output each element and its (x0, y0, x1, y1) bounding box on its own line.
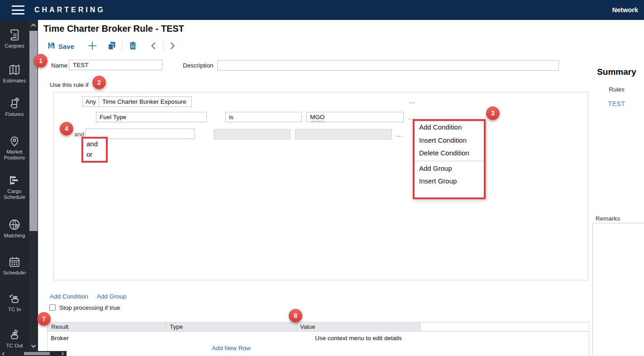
horizontal-scrollbar-thumb[interactable] (24, 352, 50, 355)
menu-separator (415, 161, 484, 161)
sidebar-item-label: Schedulin (0, 270, 29, 276)
hamburger-menu-icon[interactable] (12, 5, 24, 14)
ship-in-icon (0, 292, 29, 305)
menu-item-add-condition[interactable]: Add Condition (415, 121, 484, 134)
previous-icon[interactable] (150, 42, 157, 50)
sidebar-item-matching[interactable]: Matching (0, 218, 29, 239)
sidebar-item-label: Market Positions (0, 149, 29, 161)
ship-out-icon (0, 328, 29, 342)
globe-icon (0, 218, 29, 231)
toolbar-divider (122, 40, 122, 52)
sidebar-item-cargo-schedule[interactable]: Cargo Schedule (0, 173, 29, 200)
scroll-icon (0, 28, 29, 42)
sidebar-item-fixtures[interactable]: Fixtures (0, 96, 29, 117)
sidebar-item-label: Cargo Schedule (0, 188, 29, 200)
new-condition-value-input (295, 129, 392, 140)
sidebar-item-estimates[interactable]: Estimates (0, 63, 29, 84)
network-label[interactable]: Network (612, 6, 638, 14)
condition-value-input[interactable]: MGO (306, 112, 404, 122)
menu-item-insert-condition[interactable]: Insert Condition (415, 134, 484, 147)
stop-processing-checkbox[interactable] (49, 304, 56, 311)
sidebar-item-label: TC In (0, 307, 29, 313)
column-header-value[interactable]: Value (296, 322, 420, 332)
sidebar-item-label: Estimates (0, 78, 29, 84)
app-title: CHARTERING (34, 6, 105, 14)
remarks-textarea[interactable] (592, 223, 644, 356)
menu-item-delete-condition[interactable]: Delete Condition (415, 147, 484, 160)
scroll-gear-icon (0, 96, 29, 110)
sidebar-item-label: Fixtures (0, 111, 29, 117)
map-pin-icon (0, 134, 29, 148)
annotation-badge-7: 7 (37, 312, 51, 326)
column-header-type[interactable]: Type (166, 322, 296, 332)
sidebar-item-market-positions[interactable]: Market Positions (0, 134, 29, 161)
remarks-label: Remarks (596, 215, 620, 222)
sidebar-item-label: Matching (0, 233, 29, 239)
name-input[interactable] (69, 60, 162, 70)
use-rule-if-label: Use this rule if (50, 82, 89, 88)
sidebar-item-tc-in[interactable]: TC In (0, 292, 29, 313)
annotation-badge-4: 4 (60, 122, 73, 135)
connector-option-or[interactable]: or (83, 149, 106, 159)
condition-field-select[interactable]: Fuel Type (96, 112, 207, 122)
sidebar-item-tc-out[interactable]: TC Out (0, 328, 29, 349)
description-input[interactable] (217, 60, 559, 71)
scroll-right-icon[interactable] (60, 351, 65, 356)
summary-title: Summary (589, 67, 644, 77)
condition-value-text: MGO (310, 114, 324, 120)
delete-icon[interactable] (128, 41, 138, 50)
save-icon (47, 41, 56, 51)
summary-rule-link[interactable]: TEST (589, 100, 644, 107)
description-label: Description (183, 62, 214, 69)
sidebar-item-label: TC Out (0, 343, 29, 349)
annotation-badge-3: 3 (486, 106, 500, 120)
group-field-select[interactable]: Time Charter Bunker Exposure (99, 96, 192, 107)
menu-item-insert-group[interactable]: Insert Group (415, 175, 484, 188)
save-button[interactable]: Save (47, 41, 74, 51)
calendar-icon (0, 255, 29, 269)
annotation-badge-1: 1 (34, 54, 48, 67)
column-header-result[interactable]: Result (48, 322, 166, 332)
sidebar-item-scheduling[interactable]: Schedulin (0, 255, 29, 276)
result-cell-broker[interactable]: Broker (51, 335, 69, 342)
add-icon[interactable] (87, 41, 97, 51)
group-match-select[interactable]: Any (82, 96, 99, 107)
save-label: Save (58, 43, 74, 50)
scroll-down-icon[interactable] (30, 342, 37, 350)
stop-processing-label: Stop processing if true (59, 304, 120, 311)
sidebar-item-label: Cargoes (0, 43, 29, 49)
map-icon (0, 63, 29, 77)
condition-context-menu: Add Condition Insert Condition Delete Co… (413, 119, 486, 199)
condition-operator-select[interactable]: is (225, 112, 302, 122)
add-new-row-link[interactable]: Add New Row (166, 345, 296, 351)
add-group-link[interactable]: Add Group (97, 293, 126, 300)
scroll-up-icon[interactable] (30, 22, 37, 29)
value-cell-note: Use context menu to edit details (296, 335, 420, 342)
gantt-bars-icon (0, 173, 29, 187)
annotation-badge-2: 2 (92, 76, 106, 89)
annotation-badge-8: 8 (289, 309, 302, 322)
top-bar: CHARTERING Network (0, 0, 644, 20)
summary-rules-label: Rules (589, 86, 644, 93)
connector-dropdown: and or (81, 137, 108, 163)
row-menu-ellipsis[interactable]: ... (409, 98, 415, 105)
new-condition-operator-select (214, 129, 291, 140)
page-title: Time Charter Broker Rule - TEST (43, 24, 184, 34)
copy-icon[interactable] (107, 41, 117, 51)
connector-option-and[interactable]: and (83, 139, 106, 149)
scroll-left-icon[interactable] (1, 351, 6, 356)
add-condition-link[interactable]: Add Condition (50, 293, 88, 300)
table-header-underline (47, 331, 589, 332)
next-icon[interactable] (169, 42, 176, 50)
menu-item-add-group[interactable]: Add Group (415, 162, 484, 175)
row-menu-ellipsis[interactable]: ... (396, 131, 403, 138)
toolbar-divider (163, 40, 163, 52)
name-label: Name (51, 62, 67, 69)
sidebar-item-cargoes[interactable]: Cargoes (0, 28, 29, 49)
